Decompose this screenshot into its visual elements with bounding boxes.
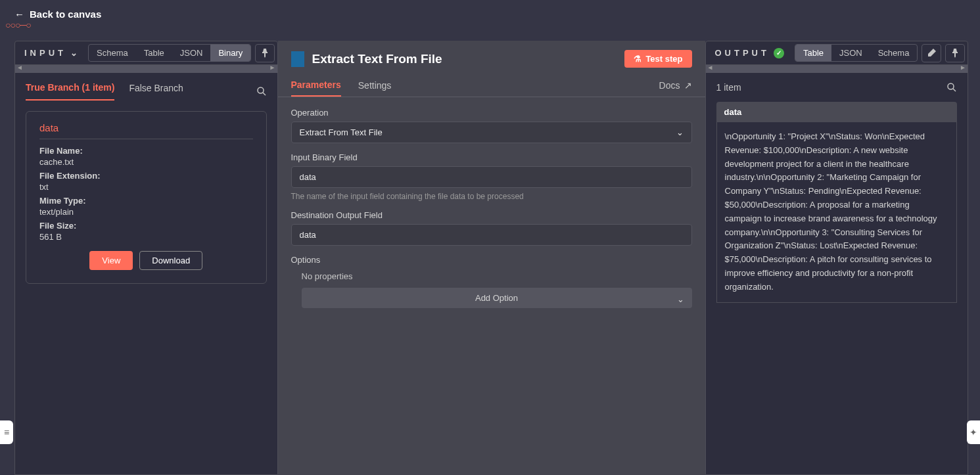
- download-button[interactable]: Download: [139, 251, 202, 270]
- edit-button[interactable]: [922, 44, 941, 62]
- horizontal-scrollbar[interactable]: [706, 65, 968, 73]
- view-button[interactable]: View: [89, 251, 133, 270]
- input-label[interactable]: INPUT ⌄: [18, 48, 84, 58]
- output-value-cell[interactable]: \nOpportunity 1: "Project X"\nStatus: Wo…: [716, 122, 958, 303]
- true-branch-tab[interactable]: True Branch (1 item): [26, 82, 114, 101]
- operation-label: Operation: [291, 108, 692, 118]
- destination-field[interactable]: [291, 224, 692, 246]
- parameters-tab[interactable]: Parameters: [291, 74, 341, 97]
- tab-table-out[interactable]: Table: [795, 45, 831, 61]
- left-drawer-toggle[interactable]: ≡: [0, 420, 13, 444]
- node-config-panel: Extract Text From File ⚗ Test step Param…: [278, 41, 705, 475]
- svg-point-0: [258, 87, 264, 93]
- svg-point-2: [948, 83, 954, 89]
- settings-tab[interactable]: Settings: [358, 75, 392, 96]
- chevron-down-icon: ⌄: [676, 127, 684, 137]
- external-link-icon: ↗: [684, 80, 692, 91]
- tab-json-out[interactable]: JSON: [831, 45, 870, 61]
- add-option-button[interactable]: Add Option ⌄: [302, 288, 692, 308]
- binary-data-card: data File Name: cache.txt File Extension…: [26, 111, 267, 284]
- pencil-icon: [927, 49, 936, 58]
- arrow-left-icon: ←: [14, 9, 24, 20]
- pin-icon: [261, 49, 269, 58]
- options-label: Options: [291, 255, 692, 265]
- check-circle-icon: ✓: [774, 48, 784, 58]
- output-count: 1 item: [716, 82, 947, 93]
- chevron-down-icon: ⌄: [677, 294, 684, 304]
- pin-icon: [951, 49, 959, 58]
- svg-line-3: [953, 89, 956, 91]
- svg-line-1: [263, 93, 266, 95]
- app-logo-icon: ○○○─○: [5, 20, 31, 30]
- horizontal-scrollbar[interactable]: [15, 65, 277, 73]
- search-button[interactable]: [256, 86, 267, 97]
- no-properties-text: No properties: [302, 271, 692, 281]
- output-view-tabs: Table JSON Schema: [795, 44, 918, 62]
- search-output-button[interactable]: [946, 82, 957, 93]
- operation-select[interactable]: Extract From Text File ⌄: [291, 122, 692, 143]
- input-binary-label: Input Binary Field: [291, 152, 692, 162]
- docs-link[interactable]: Docs ↗: [659, 80, 692, 91]
- data-title: data: [39, 122, 253, 139]
- output-label: OUTPUT ✓: [709, 48, 791, 58]
- tab-json[interactable]: JSON: [172, 45, 211, 61]
- tab-binary[interactable]: Binary: [210, 45, 250, 61]
- false-branch-tab[interactable]: False Branch: [129, 83, 183, 100]
- node-title: Extract Text From File: [312, 52, 625, 66]
- input-binary-hint: The name of the input field containing t…: [291, 192, 692, 201]
- back-to-canvas-link[interactable]: ← Back to canvas: [14, 9, 101, 20]
- search-icon: [256, 86, 267, 97]
- flask-icon: ⚗: [634, 54, 642, 64]
- back-label: Back to canvas: [30, 9, 101, 20]
- output-key-header[interactable]: data: [716, 102, 958, 122]
- tab-schema-out[interactable]: Schema: [870, 45, 918, 61]
- pin-output-button[interactable]: [945, 44, 965, 62]
- file-icon: [291, 51, 304, 67]
- tab-table[interactable]: Table: [136, 45, 172, 61]
- input-view-tabs: Schema Table JSON Binary: [88, 44, 251, 62]
- input-binary-field[interactable]: [291, 166, 692, 188]
- pin-button[interactable]: [255, 44, 275, 62]
- output-panel: OUTPUT ✓ Table JSON Schema 1 item data \…: [705, 41, 969, 475]
- tab-schema[interactable]: Schema: [89, 45, 136, 61]
- right-drawer-toggle[interactable]: ✦: [967, 420, 980, 444]
- destination-label: Destination Output Field: [291, 210, 692, 220]
- input-panel: INPUT ⌄ Schema Table JSON Binary True Br…: [14, 41, 278, 475]
- search-icon: [946, 82, 957, 93]
- chevron-down-icon: ⌄: [70, 48, 78, 58]
- test-step-button[interactable]: ⚗ Test step: [624, 50, 691, 68]
